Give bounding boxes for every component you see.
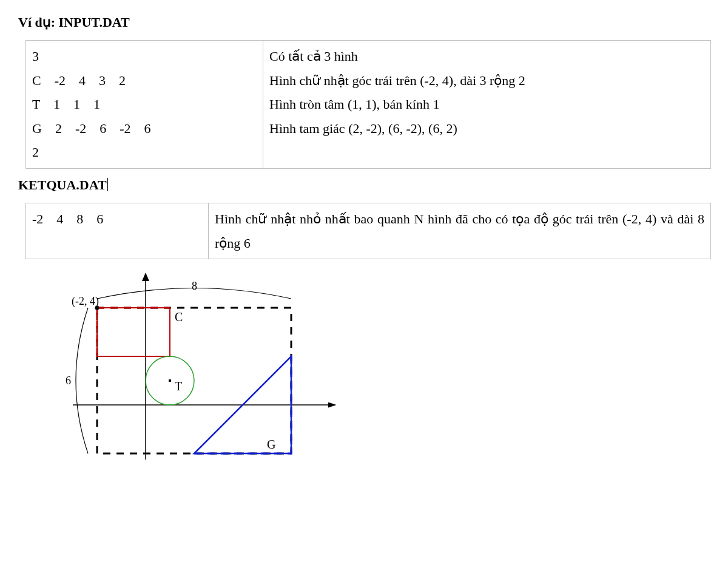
input-left-cell: 3 C -2 4 3 2 T 1 1 1 G 2 -2 6 -2 6 2 xyxy=(26,41,263,169)
output-table: -2 4 8 6 Hình chữ nhật nhỏ nhất bao quan… xyxy=(25,203,711,259)
shape-T-center xyxy=(169,379,171,382)
label-T: T xyxy=(175,379,182,393)
y-axis-arrow xyxy=(142,273,149,281)
input-table: 3 C -2 4 3 2 T 1 1 1 G 2 -2 6 -2 6 2 Có … xyxy=(25,40,711,169)
height-arc xyxy=(76,308,88,453)
heading-input: Ví dụ: INPUT.DAT xyxy=(18,15,710,30)
figure: (-2, 4) 8 6 C T G xyxy=(36,271,710,469)
output-right-cell: Hình chữ nhật nhỏ nhất bao quanh N hình … xyxy=(209,203,711,259)
label-C: C xyxy=(175,310,183,324)
output-left-cell: -2 4 8 6 xyxy=(26,203,209,259)
label-width: 8 xyxy=(192,280,197,292)
label-G: G xyxy=(267,438,275,451)
label-height: 6 xyxy=(66,375,71,387)
diagram-svg: (-2, 4) 8 6 C T G xyxy=(36,271,352,466)
shape-C-rect xyxy=(97,308,170,356)
label-corner: (-2, 4) xyxy=(72,295,99,308)
input-right-cell: Có tất cả 3 hìnhHình chữ nhật góc trái t… xyxy=(263,41,711,169)
heading-output: KETQUA.DAT xyxy=(18,177,710,193)
